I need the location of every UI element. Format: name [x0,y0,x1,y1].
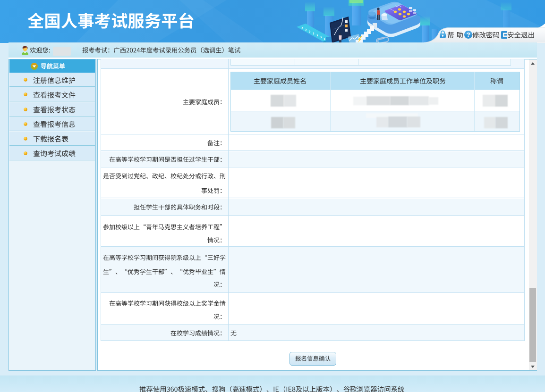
svg-text:?: ? [466,31,470,38]
